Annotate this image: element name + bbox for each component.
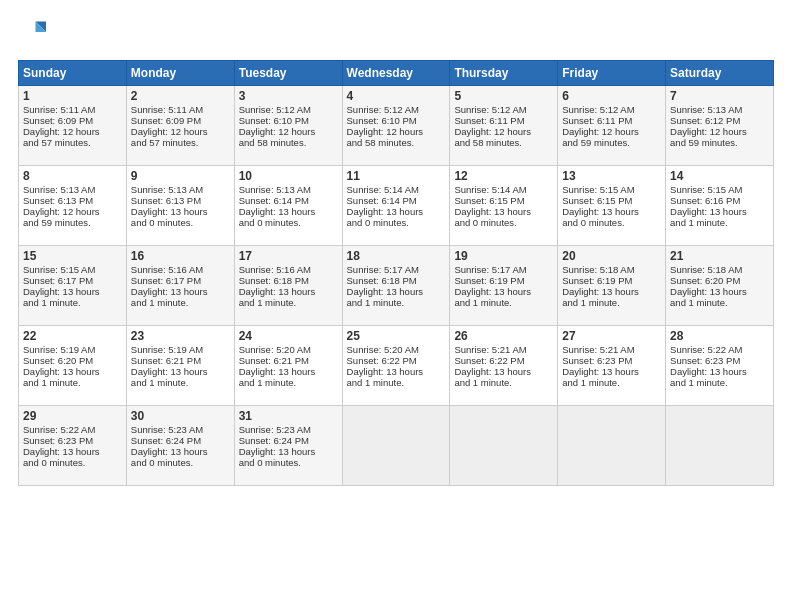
sunrise-text: Sunrise: 5:13 AM (239, 184, 311, 195)
daylight-minutes: and 1 minute. (562, 297, 620, 308)
day-number: 1 (23, 89, 122, 103)
sunset-text: Sunset: 6:15 PM (562, 195, 632, 206)
calendar-cell: 5 Sunrise: 5:12 AM Sunset: 6:11 PM Dayli… (450, 86, 558, 166)
calendar-cell: 30 Sunrise: 5:23 AM Sunset: 6:24 PM Dayl… (126, 406, 234, 486)
day-number: 8 (23, 169, 122, 183)
sunrise-text: Sunrise: 5:20 AM (347, 344, 419, 355)
sunset-text: Sunset: 6:21 PM (131, 355, 201, 366)
daylight-minutes: and 0 minutes. (347, 217, 409, 228)
page: SundayMondayTuesdayWednesdayThursdayFrid… (0, 0, 792, 498)
sunset-text: Sunset: 6:17 PM (131, 275, 201, 286)
sunset-text: Sunset: 6:20 PM (23, 355, 93, 366)
calendar-cell (558, 406, 666, 486)
calendar-cell: 28 Sunrise: 5:22 AM Sunset: 6:23 PM Dayl… (666, 326, 774, 406)
sunset-text: Sunset: 6:18 PM (239, 275, 309, 286)
calendar-table: SundayMondayTuesdayWednesdayThursdayFrid… (18, 60, 774, 486)
sunrise-text: Sunrise: 5:18 AM (562, 264, 634, 275)
day-number: 13 (562, 169, 661, 183)
sunrise-text: Sunrise: 5:12 AM (454, 104, 526, 115)
calendar-row-5: 29 Sunrise: 5:22 AM Sunset: 6:23 PM Dayl… (19, 406, 774, 486)
calendar-cell: 23 Sunrise: 5:19 AM Sunset: 6:21 PM Dayl… (126, 326, 234, 406)
calendar-cell: 16 Sunrise: 5:16 AM Sunset: 6:17 PM Dayl… (126, 246, 234, 326)
weekday-header-monday: Monday (126, 61, 234, 86)
daylight-minutes: and 0 minutes. (131, 457, 193, 468)
day-number: 20 (562, 249, 661, 263)
daylight-minutes: and 57 minutes. (131, 137, 199, 148)
daylight-text: Daylight: 12 hours (454, 126, 531, 137)
daylight-minutes: and 1 minute. (131, 297, 189, 308)
sunset-text: Sunset: 6:23 PM (670, 355, 740, 366)
sunset-text: Sunset: 6:12 PM (670, 115, 740, 126)
daylight-minutes: and 1 minute. (347, 297, 405, 308)
calendar-cell: 25 Sunrise: 5:20 AM Sunset: 6:22 PM Dayl… (342, 326, 450, 406)
sunset-text: Sunset: 6:14 PM (239, 195, 309, 206)
daylight-minutes: and 1 minute. (239, 377, 297, 388)
calendar-cell: 13 Sunrise: 5:15 AM Sunset: 6:15 PM Dayl… (558, 166, 666, 246)
sunset-text: Sunset: 6:10 PM (347, 115, 417, 126)
daylight-minutes: and 57 minutes. (23, 137, 91, 148)
sunrise-text: Sunrise: 5:21 AM (454, 344, 526, 355)
sunrise-text: Sunrise: 5:14 AM (454, 184, 526, 195)
calendar-cell (342, 406, 450, 486)
sunrise-text: Sunrise: 5:15 AM (562, 184, 634, 195)
day-number: 5 (454, 89, 553, 103)
sunset-text: Sunset: 6:11 PM (454, 115, 524, 126)
header (18, 18, 774, 46)
day-number: 4 (347, 89, 446, 103)
daylight-text: Daylight: 13 hours (23, 446, 100, 457)
calendar-row-2: 8 Sunrise: 5:13 AM Sunset: 6:13 PM Dayli… (19, 166, 774, 246)
calendar-cell: 15 Sunrise: 5:15 AM Sunset: 6:17 PM Dayl… (19, 246, 127, 326)
daylight-minutes: and 59 minutes. (23, 217, 91, 228)
daylight-text: Daylight: 13 hours (454, 286, 531, 297)
day-number: 14 (670, 169, 769, 183)
day-number: 27 (562, 329, 661, 343)
calendar-cell: 4 Sunrise: 5:12 AM Sunset: 6:10 PM Dayli… (342, 86, 450, 166)
sunset-text: Sunset: 6:19 PM (562, 275, 632, 286)
day-number: 10 (239, 169, 338, 183)
weekday-header-row: SundayMondayTuesdayWednesdayThursdayFrid… (19, 61, 774, 86)
day-number: 29 (23, 409, 122, 423)
daylight-text: Daylight: 12 hours (23, 206, 100, 217)
sunrise-text: Sunrise: 5:22 AM (23, 424, 95, 435)
daylight-minutes: and 1 minute. (23, 297, 81, 308)
calendar-cell: 21 Sunrise: 5:18 AM Sunset: 6:20 PM Dayl… (666, 246, 774, 326)
day-number: 17 (239, 249, 338, 263)
daylight-text: Daylight: 13 hours (670, 286, 747, 297)
day-number: 21 (670, 249, 769, 263)
sunrise-text: Sunrise: 5:20 AM (239, 344, 311, 355)
sunrise-text: Sunrise: 5:12 AM (239, 104, 311, 115)
sunset-text: Sunset: 6:21 PM (239, 355, 309, 366)
day-number: 11 (347, 169, 446, 183)
sunset-text: Sunset: 6:11 PM (562, 115, 632, 126)
daylight-text: Daylight: 13 hours (347, 286, 424, 297)
calendar-cell (450, 406, 558, 486)
daylight-minutes: and 0 minutes. (23, 457, 85, 468)
sunset-text: Sunset: 6:13 PM (23, 195, 93, 206)
sunset-text: Sunset: 6:20 PM (670, 275, 740, 286)
daylight-text: Daylight: 13 hours (562, 366, 639, 377)
daylight-text: Daylight: 13 hours (23, 286, 100, 297)
sunset-text: Sunset: 6:09 PM (131, 115, 201, 126)
sunrise-text: Sunrise: 5:23 AM (239, 424, 311, 435)
daylight-text: Daylight: 13 hours (239, 286, 316, 297)
weekday-header-wednesday: Wednesday (342, 61, 450, 86)
daylight-minutes: and 1 minute. (23, 377, 81, 388)
daylight-minutes: and 1 minute. (670, 217, 728, 228)
day-number: 12 (454, 169, 553, 183)
sunrise-text: Sunrise: 5:22 AM (670, 344, 742, 355)
calendar-cell: 9 Sunrise: 5:13 AM Sunset: 6:13 PM Dayli… (126, 166, 234, 246)
daylight-text: Daylight: 12 hours (347, 126, 424, 137)
daylight-minutes: and 0 minutes. (562, 217, 624, 228)
calendar-cell: 24 Sunrise: 5:20 AM Sunset: 6:21 PM Dayl… (234, 326, 342, 406)
sunset-text: Sunset: 6:09 PM (23, 115, 93, 126)
daylight-text: Daylight: 13 hours (670, 366, 747, 377)
daylight-minutes: and 0 minutes. (454, 217, 516, 228)
weekday-header-friday: Friday (558, 61, 666, 86)
sunrise-text: Sunrise: 5:23 AM (131, 424, 203, 435)
daylight-text: Daylight: 12 hours (562, 126, 639, 137)
logo (18, 18, 50, 46)
daylight-minutes: and 1 minute. (670, 377, 728, 388)
sunrise-text: Sunrise: 5:12 AM (347, 104, 419, 115)
weekday-header-tuesday: Tuesday (234, 61, 342, 86)
daylight-text: Daylight: 13 hours (239, 446, 316, 457)
